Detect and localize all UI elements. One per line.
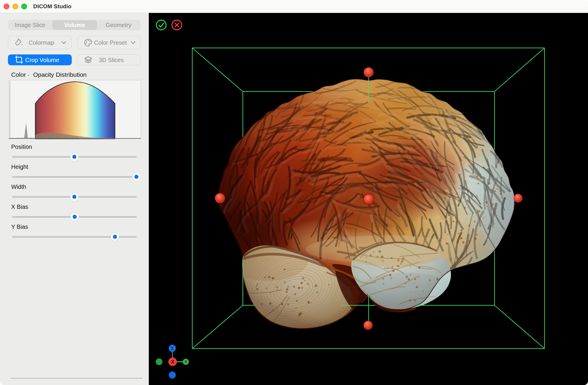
svg-text:Z: Z <box>171 346 174 351</box>
svg-text:Y: Y <box>185 360 187 364</box>
svg-text:X: X <box>171 359 174 364</box>
